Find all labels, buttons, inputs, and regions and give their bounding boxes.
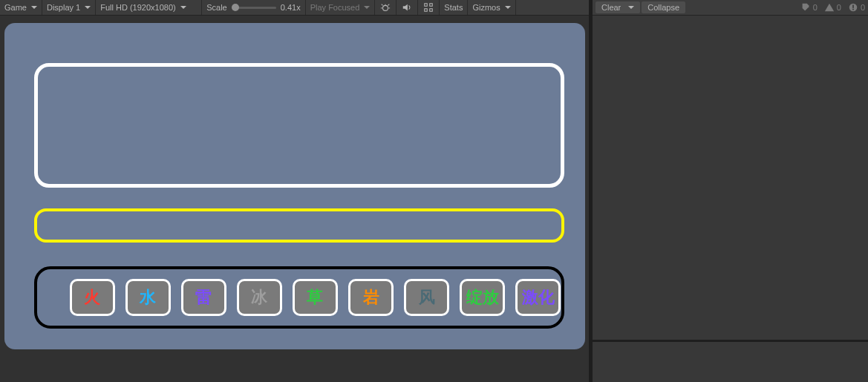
element-button-label: 风	[419, 286, 435, 309]
bug-icon	[379, 1, 391, 13]
console-details	[593, 342, 868, 382]
svg-point-0	[383, 5, 388, 10]
element-button[interactable]: 水	[125, 279, 171, 316]
gizmos-dropdown[interactable]: Gizmos	[468, 0, 515, 15]
svg-rect-13	[852, 5, 854, 8]
element-button-label: 绽放	[466, 286, 499, 309]
game-dropdown-label: Game	[4, 3, 27, 12]
audio-button[interactable]	[397, 0, 418, 15]
info-icon	[800, 1, 812, 13]
element-button[interactable]: 激化	[515, 279, 561, 316]
scale-label: Scale	[206, 3, 227, 12]
resolution-dropdown-label: Full HD (1920x1080)	[100, 3, 176, 12]
chevron-down-icon	[180, 6, 186, 9]
chevron-down-icon	[364, 6, 370, 9]
game-view-panel: Game Display 1 Full HD (1920x1080) Scale…	[0, 0, 589, 382]
svg-marker-11	[825, 4, 834, 12]
svg-rect-8	[430, 4, 433, 7]
console-body	[593, 16, 868, 340]
warn-count: 0	[837, 3, 841, 12]
info-count: 0	[813, 3, 818, 12]
clear-label: Clear	[601, 3, 621, 12]
warn-count-badge[interactable]: 0	[823, 1, 841, 13]
scale-control: Scale 0.41x	[202, 0, 305, 15]
svg-marker-6	[403, 4, 408, 11]
error-count-badge[interactable]: 0	[847, 1, 865, 13]
clear-button[interactable]: Clear	[595, 1, 640, 13]
game-dropdown[interactable]: Game	[0, 0, 42, 15]
element-button[interactable]: 雷	[181, 279, 226, 316]
mute-button[interactable]	[375, 0, 397, 15]
gizmos-label: Gizmos	[472, 3, 500, 12]
element-button[interactable]: 草	[293, 279, 338, 316]
console-panel: Clear Collapse 0 0	[593, 0, 868, 382]
elements-bar: 火水雷冰草岩风绽放激化	[34, 266, 564, 329]
svg-line-5	[388, 4, 390, 6]
warning-icon	[823, 1, 835, 13]
display-dropdown-label: Display 1	[47, 3, 80, 12]
scale-slider-thumb[interactable]	[232, 4, 239, 11]
error-icon	[847, 1, 859, 13]
svg-rect-9	[425, 9, 428, 12]
play-mode-dropdown[interactable]: Play Focused	[306, 0, 376, 15]
collapse-label: Collapse	[647, 3, 679, 12]
info-count-badge[interactable]: 0	[800, 1, 818, 13]
element-button[interactable]: 岩	[348, 279, 394, 316]
svg-rect-10	[430, 9, 433, 12]
play-mode-label: Play Focused	[310, 3, 360, 12]
element-button-label: 岩	[363, 286, 379, 309]
game-toolbar: Game Display 1 Full HD (1920x1080) Scale…	[0, 0, 589, 16]
chevron-down-icon	[505, 6, 511, 9]
display-dropdown[interactable]: Display 1	[42, 0, 96, 15]
element-button[interactable]: 风	[404, 279, 449, 316]
stats-button[interactable]: Stats	[440, 0, 468, 15]
scale-slider[interactable]	[232, 7, 276, 9]
collapse-button[interactable]: Collapse	[642, 1, 685, 13]
console-toolbar: Clear Collapse 0 0	[593, 0, 868, 16]
element-button[interactable]: 火	[70, 279, 115, 316]
element-button-label: 激化	[522, 286, 555, 309]
resolution-dropdown[interactable]: Full HD (1920x1080)	[96, 0, 202, 15]
chevron-down-icon	[31, 6, 37, 9]
stats-label: Stats	[444, 3, 463, 12]
svg-rect-7	[425, 4, 428, 7]
scale-value: 0.41x	[281, 3, 301, 12]
element-button-label: 雷	[195, 286, 212, 309]
chevron-down-icon	[628, 6, 634, 9]
element-button-label: 水	[140, 286, 156, 309]
svg-line-4	[382, 4, 383, 6]
game-stage-container: 火水雷冰草岩风绽放激化	[0, 16, 589, 382]
svg-rect-14	[852, 9, 854, 10]
element-button[interactable]: 绽放	[460, 279, 505, 316]
white-frame-large	[34, 63, 564, 188]
devices-button[interactable]	[418, 0, 440, 15]
element-button-label: 冰	[251, 286, 267, 309]
element-button-label: 草	[307, 286, 323, 309]
element-button[interactable]: 冰	[237, 279, 282, 316]
error-count: 0	[861, 3, 865, 12]
chevron-down-icon	[85, 6, 91, 9]
speaker-icon	[401, 1, 413, 13]
yellow-frame	[34, 208, 564, 243]
game-stage: 火水雷冰草岩风绽放激化	[4, 23, 585, 349]
element-button-label: 火	[84, 286, 100, 309]
grid-icon	[422, 1, 434, 13]
